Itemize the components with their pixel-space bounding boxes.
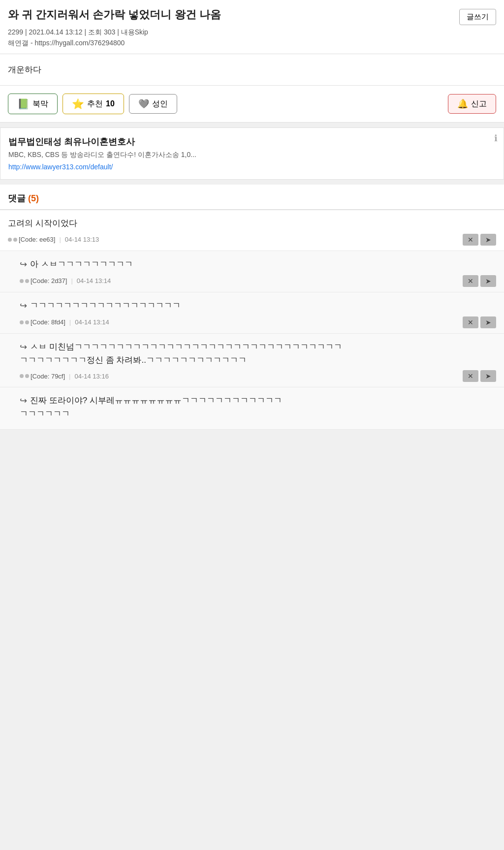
post-id: 2299 bbox=[8, 28, 23, 36]
comment-user: [Code: ee63] bbox=[8, 236, 55, 243]
recommend-label: 추천 bbox=[87, 99, 103, 109]
comment-code: [Code: ee63] bbox=[19, 236, 55, 243]
comment-item: ↪진짜 또라이야? 시부레ㅠㅠㅠㅠㅠㅠㅠㅠㄱㄱㄱㄱㄱㄱㄱㄱㄱㄱㄱㄱ ㄱㄱㄱㄱㄱㄱ bbox=[0, 387, 504, 430]
ad-title: 법무법인태성 최유나이혼변호사 bbox=[8, 136, 496, 148]
meta-sep: | bbox=[71, 277, 72, 284]
heart-icon: 🩶 bbox=[138, 98, 149, 109]
bookmark-button[interactable]: 📗 북막 bbox=[8, 94, 58, 114]
post-title: 와 귀 간지러워서 손가락 넣었더니 왕건 나옴 bbox=[8, 8, 453, 22]
post-content: 개운하다 bbox=[0, 54, 504, 86]
comment-user: [Code: 8fd4] bbox=[20, 318, 65, 326]
reply-arrow-icon: ↪ bbox=[20, 299, 27, 313]
comment-actions: ✕ ➤ bbox=[463, 275, 496, 287]
comment-delete-button[interactable]: ✕ bbox=[463, 234, 478, 246]
meta-sep: | bbox=[69, 318, 71, 326]
comment-reply-button[interactable]: ➤ bbox=[480, 234, 496, 246]
recommend-count: 10 bbox=[106, 99, 115, 108]
comments-section: 댓글 (5) 고려의 시작이었다 [Code: ee63] | 04-14 13… bbox=[0, 185, 504, 430]
reply-arrow-icon: ↪ bbox=[20, 341, 27, 354]
user-dot bbox=[20, 279, 24, 283]
user-dot bbox=[8, 238, 12, 242]
comment-delete-button[interactable]: ✕ bbox=[463, 316, 478, 328]
comment-meta: [Code: 79cf] | 04-14 13:16 ✕ ➤ bbox=[20, 370, 496, 382]
comment-actions: ✕ ➤ bbox=[463, 370, 496, 382]
gallery-text: 해연갤 - https://hygall.com/376294800 bbox=[8, 39, 125, 47]
comment-code: [Code: 79cf] bbox=[31, 373, 65, 380]
bookmark-icon: 📗 bbox=[17, 98, 30, 110]
comments-title: 댓글 bbox=[8, 193, 26, 203]
post-content-skip: 내용Skip bbox=[121, 28, 148, 36]
comment-reply-button[interactable]: ➤ bbox=[480, 370, 496, 382]
comment-text: ↪ㅅㅂ 미친넘ㄱㄱㄱㄱㄱㄱㄱㄱㄱㄱㄱㄱㄱㄱㄱㄱㄱㄱㄱㄱㄱㄱㄱㄱㄱㄱㄱㄱㄱㄱㄱㄱ … bbox=[20, 341, 496, 367]
comment-user: [Code: 2d37] bbox=[20, 277, 67, 284]
recommend-button[interactable]: ⭐ 추천 10 bbox=[63, 94, 124, 114]
comment-actions: ✕ ➤ bbox=[463, 316, 496, 328]
report-label: 신고 bbox=[471, 99, 487, 109]
comment-delete-button[interactable]: ✕ bbox=[463, 370, 478, 382]
comment-text: ↪아 ㅅㅂㄱㄱㄱㄱㄱㄱㄱㄱㄱ bbox=[20, 258, 496, 271]
comment-reply-button[interactable]: ➤ bbox=[480, 275, 496, 287]
comment-item: ↪ㅅㅂ 미친넘ㄱㄱㄱㄱㄱㄱㄱㄱㄱㄱㄱㄱㄱㄱㄱㄱㄱㄱㄱㄱㄱㄱㄱㄱㄱㄱㄱㄱㄱㄱㄱㄱ … bbox=[0, 334, 504, 388]
comment-meta: [Code: 2d37] | 04-14 13:14 ✕ ➤ bbox=[20, 275, 496, 287]
info-icon: ℹ bbox=[494, 133, 498, 144]
post-views: 조회 303 bbox=[88, 28, 115, 36]
ad-link[interactable]: http://www.lawyer313.com/default/ bbox=[8, 163, 113, 171]
meta-sep: | bbox=[69, 373, 70, 380]
star-icon: ⭐ bbox=[72, 98, 84, 110]
bell-icon: 🔔 bbox=[457, 98, 468, 109]
user-dot bbox=[25, 320, 29, 324]
ad-section: ℹ 법무법인태성 최유나이혼변호사 MBC, KBS, CBS 등 방송라디오 … bbox=[0, 127, 504, 180]
user-dot bbox=[25, 279, 29, 283]
comment-actions: ✕ ➤ bbox=[463, 234, 496, 246]
comment-time: 04-14 13:14 bbox=[77, 277, 111, 284]
comments-header: 댓글 (5) bbox=[0, 185, 504, 210]
comment-delete-button[interactable]: ✕ bbox=[463, 275, 478, 287]
comment-meta: [Code: ee63] | 04-14 13:13 ✕ ➤ bbox=[8, 234, 496, 246]
user-dot bbox=[25, 374, 29, 378]
report-button[interactable]: 🔔 신고 bbox=[448, 94, 496, 114]
comment-item: ↪ㄱㄱㄱㄱㄱㄱㄱㄱㄱㄱㄱㄱㄱㄱㄱㄱㄱㄱ [Code: 8fd4] | 04-14… bbox=[0, 292, 504, 334]
user-dot bbox=[13, 238, 17, 242]
action-bar: 📗 북막 ⭐ 추천 10 🩶 성인 🔔 신고 bbox=[0, 86, 504, 123]
write-button[interactable]: 글쓰기 bbox=[459, 9, 496, 25]
post-meta: 2299 | 2021.04.14 13:12 | 조회 303 | 내용Ski… bbox=[8, 28, 496, 37]
bookmark-label: 북막 bbox=[32, 99, 48, 109]
reply-arrow-icon: ↪ bbox=[20, 258, 27, 271]
comment-time: 04-14 13:16 bbox=[75, 373, 109, 380]
meta-sep: | bbox=[59, 236, 61, 243]
comment-code: [Code: 8fd4] bbox=[31, 318, 65, 326]
comments-count: (5) bbox=[28, 193, 39, 203]
user-dot bbox=[20, 374, 24, 378]
comment-text: ↪ㄱㄱㄱㄱㄱㄱㄱㄱㄱㄱㄱㄱㄱㄱㄱㄱㄱㄱ bbox=[20, 299, 496, 313]
comment-item: ↪아 ㅅㅂㄱㄱㄱㄱㄱㄱㄱㄱㄱ [Code: 2d37] | 04-14 13:1… bbox=[0, 251, 504, 292]
user-dot bbox=[20, 320, 24, 324]
post-header: 와 귀 간지러워서 손가락 넣었더니 왕건 나옴 글쓰기 2299 | 2021… bbox=[0, 0, 504, 54]
comment-text: ↪진짜 또라이야? 시부레ㅠㅠㅠㅠㅠㅠㅠㅠㄱㄱㄱㄱㄱㄱㄱㄱㄱㄱㄱㄱ ㄱㄱㄱㄱㄱㄱ bbox=[20, 394, 496, 420]
comment-text: 고려의 시작이었다 bbox=[8, 217, 496, 230]
comment-reply-button[interactable]: ➤ bbox=[480, 316, 496, 328]
ad-desc: MBC, KBS, CBS 등 방송라디오 출연다수! 이혼가사소송 1,0..… bbox=[8, 151, 496, 159]
adult-button[interactable]: 🩶 성인 bbox=[129, 94, 177, 114]
comment-item: 고려의 시작이었다 [Code: ee63] | 04-14 13:13 ✕ ➤ bbox=[0, 210, 504, 251]
comment-meta: [Code: 8fd4] | 04-14 13:14 ✕ ➤ bbox=[20, 316, 496, 328]
comment-time: 04-14 13:14 bbox=[75, 318, 109, 326]
post-date: 2021.04.14 13:12 bbox=[29, 28, 83, 36]
post-body: 개운하다 bbox=[8, 63, 496, 76]
comment-code: [Code: 2d37] bbox=[31, 277, 67, 284]
reply-arrow-icon: ↪ bbox=[20, 394, 27, 408]
adult-label: 성인 bbox=[152, 99, 168, 109]
post-gallery: 해연갤 - https://hygall.com/376294800 bbox=[8, 39, 496, 48]
comment-user: [Code: 79cf] bbox=[20, 373, 65, 380]
header-top: 와 귀 간지러워서 손가락 넣었더니 왕건 나옴 글쓰기 bbox=[8, 8, 496, 25]
comment-time: 04-14 13:13 bbox=[65, 236, 99, 243]
